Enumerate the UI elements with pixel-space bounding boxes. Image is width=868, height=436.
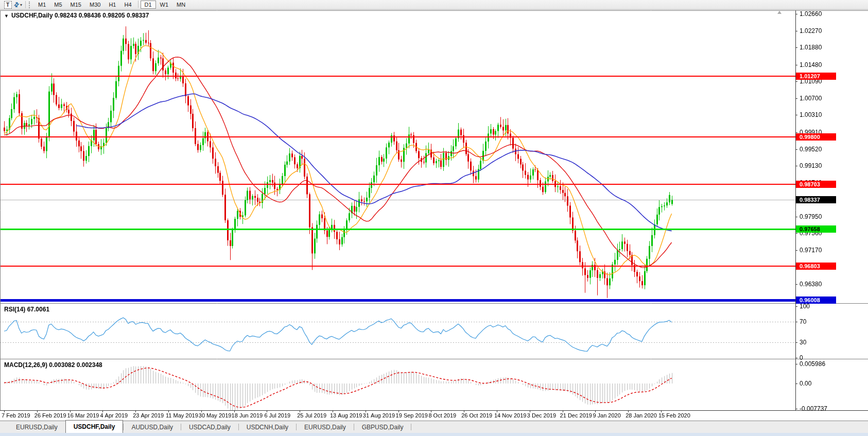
bottom-tab-gbpusd-6[interactable]: GBPUSD,Daily	[354, 421, 411, 433]
chart-title: ▼USDCHF,Daily 0.98243 0.98436 0.98205 0.…	[4, 12, 149, 19]
timeframe-w1[interactable]: W1	[156, 1, 173, 9]
toolbar-grip[interactable]	[29, 2, 31, 8]
price-chart-canvas[interactable]	[0, 10, 868, 421]
timeframe-m30[interactable]: M30	[85, 1, 105, 9]
toolbar-separator	[138, 1, 138, 8]
bottom-tab-eurusd-0[interactable]: EURUSD,Daily	[8, 421, 65, 433]
bottom-tab-usdcnh-4[interactable]: USDCNH,Daily	[239, 421, 296, 433]
text-tool-icon: T	[4, 1, 12, 9]
timeframe-m15[interactable]: M15	[66, 1, 85, 9]
timeframe-mn[interactable]: MN	[172, 1, 189, 9]
arrange-windows-button[interactable]: ⇄ ▾	[13, 1, 23, 9]
window-bottom-strip	[0, 433, 868, 436]
timeframe-h1[interactable]: H1	[105, 1, 120, 9]
collapse-indicator-list-icon[interactable]: ▼	[4, 13, 9, 19]
chart-tab-bar: EURUSD,DailyUSDCHF,DailyAUDUSD,DailyUSDC…	[0, 421, 868, 433]
bottom-tab-eurusd-5[interactable]: EURUSD,Daily	[297, 421, 354, 433]
timeframe-m1[interactable]: M1	[34, 1, 50, 9]
bottom-tab-audusd-2[interactable]: AUDUSD,Daily	[124, 421, 181, 433]
timeframe-button-group: M1M5M15M30H1H4D1W1MN	[34, 1, 189, 9]
rsi-indicator-label: RSI(14) 67.0061	[4, 306, 49, 313]
tab-separator	[411, 424, 411, 430]
timeframe-h4[interactable]: H4	[120, 1, 135, 9]
bottom-tab-usdchf-1[interactable]: USDCHF,Daily	[65, 420, 124, 433]
timeframe-m5[interactable]: M5	[50, 1, 66, 9]
chart-title-text: USDCHF,Daily 0.98243 0.98436 0.98205 0.9…	[11, 12, 149, 19]
timeframe-d1[interactable]: D1	[141, 1, 156, 9]
macd-indicator-label: MACD(12,26,9) 0.003082 0.002348	[4, 361, 102, 369]
toolbar-separator	[25, 1, 26, 8]
arrows-icon: ⇄	[12, 0, 21, 9]
text-tool-button[interactable]: T	[3, 1, 12, 9]
bottom-tab-usdcad-3[interactable]: USDCAD,Daily	[181, 421, 238, 433]
top-toolbar: T ⇄ ▾ M1M5M15M30H1H4D1W1MN	[0, 0, 868, 10]
